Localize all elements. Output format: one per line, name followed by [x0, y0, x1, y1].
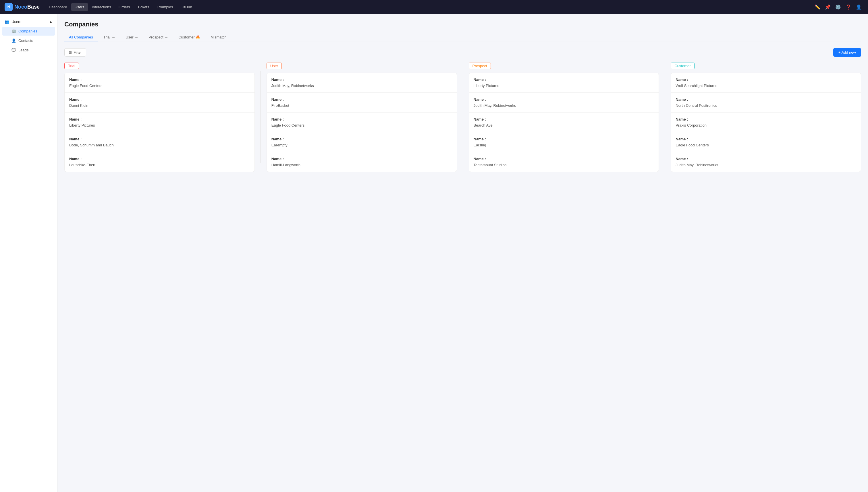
- card[interactable]: Name :Eagle Food Centers: [64, 73, 255, 93]
- sidebar: 👥 Users ▲ 🏢 Companies👤 Contacts💬 Leads: [0, 14, 57, 492]
- card[interactable]: Name :Judith May, Robinetworks: [266, 73, 457, 93]
- card-value: FireBasket: [272, 103, 452, 108]
- card[interactable]: Name :Judith May, Robinetworks: [671, 152, 861, 172]
- card-label: Name :: [272, 77, 452, 82]
- column-badge-trial[interactable]: Trial: [64, 63, 79, 69]
- card[interactable]: Name :Praxis Corporation: [671, 113, 861, 132]
- card-label: Name :: [272, 157, 452, 161]
- card-value: Eagle Food Centers: [272, 123, 452, 127]
- tab-prospect[interactable]: Prospect →: [144, 33, 173, 42]
- card-label: Name :: [272, 97, 452, 102]
- card-label: Name :: [676, 77, 856, 82]
- kanban-cards-prospect: Name :Liberty PicturesName :Judith May, …: [469, 73, 659, 172]
- card-value: Praxis Corporation: [676, 123, 856, 127]
- card-value: Bode, Schumm and Bauch: [69, 143, 250, 147]
- card-value: Hamill-Langworth: [272, 163, 452, 167]
- card[interactable]: Name :FireBasket: [266, 93, 457, 113]
- kanban-cards-trial: Name :Eagle Food CentersName :Danni Klei…: [64, 73, 255, 172]
- sidebar-section-users[interactable]: 👥 Users ▲: [0, 17, 57, 26]
- logo[interactable]: N NocoBase: [5, 3, 40, 11]
- card-value: North Central Positronics: [676, 103, 856, 108]
- filter-icon: ⊟: [69, 50, 72, 54]
- card[interactable]: Name :Tantamount Studios: [469, 152, 659, 172]
- card[interactable]: Name :Eagle Food Centers: [266, 113, 457, 132]
- card-label: Name :: [676, 137, 856, 141]
- kanban-column-prospect: ProspectName :Liberty PicturesName :Judi…: [469, 63, 659, 172]
- nav-item-github[interactable]: GitHub: [177, 3, 195, 11]
- column-header-trial: Trial: [64, 63, 255, 69]
- card[interactable]: Name :Bode, Schumm and Bauch: [64, 132, 255, 152]
- card-value: Judith May, Robinetworks: [676, 163, 856, 167]
- kanban-column-trial: TrialName :Eagle Food CentersName :Danni…: [64, 63, 255, 172]
- page-title: Companies: [64, 21, 861, 28]
- tab-all[interactable]: All Companies: [64, 33, 98, 42]
- card-label: Name :: [69, 77, 250, 82]
- card-label: Name :: [676, 117, 856, 121]
- card-value: Danni Klein: [69, 103, 250, 108]
- sidebar-section-label: Users: [11, 20, 21, 24]
- sidebar-item-label: Companies: [18, 29, 37, 33]
- users-section-icon: 👥: [5, 20, 9, 24]
- card-label: Name :: [272, 137, 452, 141]
- card-value: Wolf Searchlight Pictures: [676, 83, 856, 88]
- card-value: Earslug: [474, 143, 654, 147]
- card-value: Liberty Pictures: [474, 83, 654, 88]
- nav-items: DashboardUsersInteractionsOrdersTicketsE…: [45, 3, 195, 11]
- card-label: Name :: [474, 157, 654, 161]
- filter-button[interactable]: ⊟ Filter: [64, 48, 86, 56]
- edit-icon[interactable]: ✏️: [813, 3, 822, 11]
- card[interactable]: Name :Judith May, Robinetworks: [469, 93, 659, 113]
- card[interactable]: Name :Earslug: [469, 132, 659, 152]
- sidebar-item-label: Leads: [18, 48, 28, 52]
- card-value: Earempty: [272, 143, 452, 147]
- card-label: Name :: [69, 97, 250, 102]
- card-label: Name :: [474, 97, 654, 102]
- tab-mismatch[interactable]: Mismatch: [206, 33, 231, 42]
- column-badge-user[interactable]: User: [266, 63, 282, 69]
- toolbar: ⊟ Filter + Add new: [64, 48, 861, 57]
- card-value: Eagle Food Centers: [676, 143, 856, 147]
- sidebar-item-companies[interactable]: 🏢 Companies: [2, 27, 55, 35]
- chevron-up-icon: ▲: [49, 20, 52, 24]
- card[interactable]: Name :Danni Klein: [64, 93, 255, 113]
- card[interactable]: Name :Leuschke-Ebert: [64, 152, 255, 172]
- nav-item-orders[interactable]: Orders: [115, 3, 134, 11]
- card-label: Name :: [69, 157, 250, 161]
- column-divider: [260, 71, 261, 163]
- nav-item-examples[interactable]: Examples: [153, 3, 177, 11]
- nav-item-dashboard[interactable]: Dashboard: [45, 3, 71, 11]
- card[interactable]: Name :North Central Positronics: [671, 93, 861, 113]
- nav-item-users[interactable]: Users: [71, 3, 88, 11]
- card[interactable]: Name :Wolf Searchlight Pictures: [671, 73, 861, 93]
- column-badge-customer[interactable]: Customer: [671, 63, 694, 69]
- add-new-button[interactable]: + Add new: [833, 48, 861, 57]
- card[interactable]: Name :Eagle Food Centers: [671, 132, 861, 152]
- column-badge-prospect[interactable]: Prospect: [469, 63, 491, 69]
- add-new-label: + Add new: [839, 50, 856, 54]
- card-value: Liberty Pictures: [69, 123, 250, 127]
- card[interactable]: Name :Liberty Pictures: [64, 113, 255, 132]
- pin-icon[interactable]: 📌: [823, 3, 832, 11]
- logo-text: NocoBase: [14, 4, 40, 10]
- card[interactable]: Name :Search Ave: [469, 113, 659, 132]
- nav-item-tickets[interactable]: Tickets: [134, 3, 153, 11]
- tab-customer[interactable]: Customer 🔥: [174, 33, 205, 42]
- tab-user[interactable]: User →: [121, 33, 143, 42]
- user-icon[interactable]: 👤: [854, 3, 863, 11]
- kanban-column-user: UserName :Judith May, RobinetworksName :…: [266, 63, 457, 172]
- kanban-board: TrialName :Eagle Food CentersName :Danni…: [64, 63, 861, 172]
- card-label: Name :: [474, 77, 654, 82]
- card-label: Name :: [676, 97, 856, 102]
- help-icon[interactable]: ❓: [844, 3, 853, 11]
- tab-trial[interactable]: Trial →: [99, 33, 120, 42]
- card[interactable]: Name :Earempty: [266, 132, 457, 152]
- card[interactable]: Name :Hamill-Langworth: [266, 152, 457, 172]
- sidebar-item-leads[interactable]: 💬 Leads: [2, 46, 55, 54]
- settings-icon[interactable]: ⚙️: [834, 3, 843, 11]
- card-value: Eagle Food Centers: [69, 83, 250, 88]
- leads-icon: 💬: [11, 48, 16, 52]
- nav-item-interactions[interactable]: Interactions: [89, 3, 115, 11]
- card[interactable]: Name :Liberty Pictures: [469, 73, 659, 93]
- sidebar-item-contacts[interactable]: 👤 Contacts: [2, 36, 55, 45]
- card-value: Search Ave: [474, 123, 654, 127]
